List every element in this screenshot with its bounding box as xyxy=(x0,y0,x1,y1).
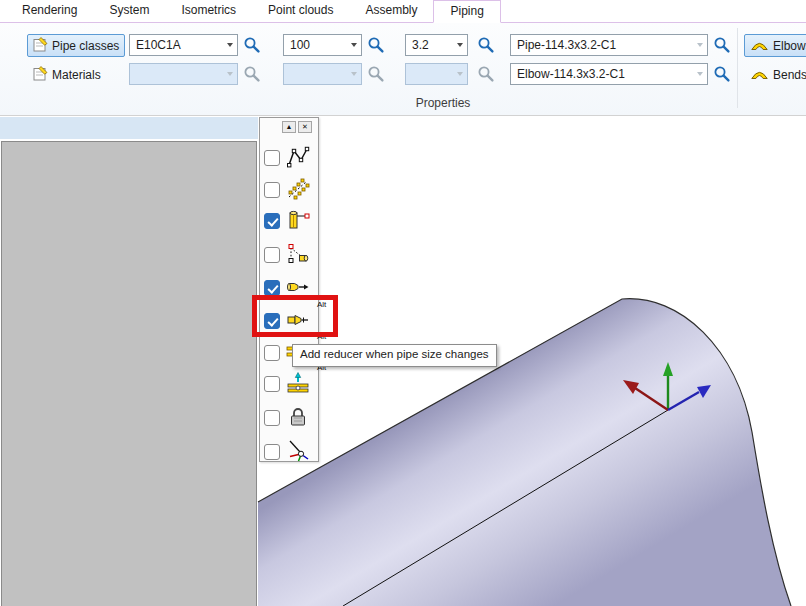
thickness-combobox[interactable]: 3.2 xyxy=(405,34,468,56)
search-elbow-component-icon[interactable] xyxy=(713,65,731,83)
tooltip: Add reducer when pipe size changes xyxy=(292,344,497,367)
application-window: Rendering System Isometrics Point clouds… xyxy=(0,0,806,606)
elbow-component-combobox[interactable]: Elbow-114.3x3.2-C1 xyxy=(510,63,708,85)
toolbar-row-measure-points xyxy=(261,177,317,203)
side-panel-header xyxy=(0,117,258,139)
bend-icon xyxy=(750,67,769,83)
tab-piping[interactable]: Piping xyxy=(433,0,500,23)
search-pipe-component-icon[interactable] xyxy=(713,36,731,54)
route-points-checkbox[interactable] xyxy=(264,150,280,166)
thickness-value: 3.2 xyxy=(412,35,452,55)
material-size-combobox xyxy=(283,63,362,85)
ribbon-group-label: Properties xyxy=(340,96,546,110)
create-pipes-icon xyxy=(285,208,311,235)
add-branch-checkbox[interactable] xyxy=(264,376,280,392)
pipe-component-value: Pipe-114.3x3.2-C1 xyxy=(517,35,692,55)
chevron-down-icon xyxy=(452,64,467,84)
search-size-icon[interactable] xyxy=(367,36,385,54)
property-manager-panel xyxy=(1,141,257,606)
create-pipes-checkbox[interactable] xyxy=(264,213,280,229)
chevron-down-icon xyxy=(222,64,237,84)
tab-system[interactable]: System xyxy=(93,0,165,22)
tab-rendering[interactable]: Rendering xyxy=(6,0,93,22)
elbows-label: Elbows xyxy=(773,39,806,53)
toolbar-row-create-elbows xyxy=(261,242,317,268)
chevron-down-icon[interactable] xyxy=(692,35,707,55)
elbows-button[interactable]: Elbows xyxy=(744,34,806,57)
toolbar-row-create-pipes xyxy=(261,208,317,234)
elbow-component-value: Elbow-114.3x3.2-C1 xyxy=(517,64,692,84)
toolbar-row-add-branch: Alt xyxy=(261,371,317,397)
lock-icon xyxy=(285,405,311,432)
highlight-rectangle xyxy=(252,295,338,337)
chevron-down-icon[interactable] xyxy=(452,35,467,55)
lock-checkbox[interactable] xyxy=(264,410,280,426)
ribbon-tab-bar: Rendering System Isometrics Point clouds… xyxy=(0,0,806,23)
material-combobox xyxy=(129,63,238,85)
toolbar-row-lock xyxy=(261,405,317,431)
search-material-icon xyxy=(243,65,261,83)
measure-points-icon xyxy=(285,177,311,204)
pipe-classes-label: Pipe classes xyxy=(52,39,119,53)
collapse-panel-button[interactable]: ▲ xyxy=(282,121,296,133)
group-separator xyxy=(737,28,738,108)
size-value: 100 xyxy=(290,35,346,55)
coordinate-system-icon xyxy=(285,439,311,466)
bends-button[interactable]: Bends xyxy=(744,63,806,86)
pipe-class-value: E10C1A xyxy=(136,35,222,55)
add-branch-icon: Alt xyxy=(285,371,311,398)
pipe-component-combobox[interactable]: Pipe-114.3x3.2-C1 xyxy=(510,34,708,56)
materials-icon xyxy=(33,66,48,84)
search-material-thickness-icon xyxy=(477,65,495,83)
close-panel-button[interactable]: ✕ xyxy=(298,121,312,133)
add-reducer-flow-checkbox[interactable] xyxy=(264,345,280,361)
tab-point-clouds[interactable]: Point clouds xyxy=(252,0,349,22)
material-thickness-combobox xyxy=(405,63,468,85)
size-combobox[interactable]: 100 xyxy=(283,34,362,56)
search-material-size-icon xyxy=(367,65,385,83)
toolbar-row-route-points xyxy=(261,145,317,171)
chevron-down-icon[interactable] xyxy=(222,35,237,55)
ribbon-panel: Pipe classes Materials E10C1A 100 xyxy=(0,23,806,116)
materials-button[interactable]: Materials xyxy=(27,63,107,86)
toolbar-row-coordinate-system xyxy=(261,439,317,465)
bends-label: Bends xyxy=(773,68,806,82)
measure-points-checkbox[interactable] xyxy=(264,182,280,198)
tab-assembly[interactable]: Assembly xyxy=(349,0,433,22)
coordinate-system-checkbox[interactable] xyxy=(264,444,280,460)
chevron-down-icon[interactable] xyxy=(346,35,361,55)
materials-label: Materials xyxy=(52,68,101,82)
chevron-down-icon xyxy=(346,64,361,84)
elbow-icon xyxy=(750,38,769,54)
route-points-icon xyxy=(285,145,311,172)
tab-isometrics[interactable]: Isometrics xyxy=(165,0,252,22)
pipe-direction-checkbox[interactable] xyxy=(264,280,280,296)
pipe-class-combobox[interactable]: E10C1A xyxy=(129,34,238,56)
create-elbows-icon xyxy=(285,242,311,269)
search-pipe-class-icon[interactable] xyxy=(243,36,261,54)
chevron-down-icon[interactable] xyxy=(692,64,707,84)
piping-options-toolbar: ▲ ✕ xyxy=(259,117,319,462)
search-thickness-icon[interactable] xyxy=(477,36,495,54)
pipe-classes-button[interactable]: Pipe classes xyxy=(27,34,125,57)
create-elbows-checkbox[interactable] xyxy=(264,247,280,263)
pipe-classes-icon xyxy=(33,37,48,55)
